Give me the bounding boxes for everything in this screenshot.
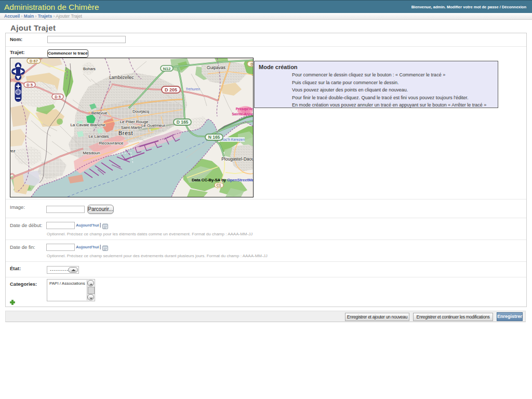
svg-text:D 5: D 5 xyxy=(26,83,33,87)
svg-text:Bohars: Bohars xyxy=(83,66,96,71)
svg-text:D 5: D 5 xyxy=(55,95,61,99)
svg-text:La Cavale Blanche: La Cavale Blanche xyxy=(70,123,105,127)
svg-text:Guipavas: Guipavas xyxy=(207,65,225,70)
svg-text:C1: C1 xyxy=(217,183,221,187)
svg-text:Sainte-Anne: Sainte-Anne xyxy=(232,112,253,116)
svg-text:D 205: D 205 xyxy=(165,87,177,92)
svg-text:vez: vez xyxy=(10,149,15,153)
svg-text:N 165: N 165 xyxy=(208,135,220,140)
svg-text:Dourjacq: Dourjacq xyxy=(132,109,149,114)
svg-text:Roc'h Kerezen: Roc'h Kerezen xyxy=(221,138,245,141)
svg-text:Recouvrance: Recouvrance xyxy=(99,141,124,145)
svg-text:Brest: Brest xyxy=(118,130,133,136)
svg-text:Tréhuren: Tréhuren xyxy=(185,87,200,91)
svg-text:Saint-Martin: Saint-Martin xyxy=(121,125,142,130)
svg-text:N12: N12 xyxy=(163,66,171,71)
svg-text:D: D xyxy=(250,62,253,66)
svg-text:D 165: D 165 xyxy=(177,119,189,125)
svg-text:Data CC-By-SA by OpenStreetMap: Data CC-By-SA by OpenStreetMap xyxy=(192,178,253,182)
svg-text:Plougastel-Daou: Plougastel-Daou xyxy=(221,156,253,162)
svg-text:Presqu'île: Presqu'île xyxy=(236,107,253,111)
svg-text:Le Guelmeur: Le Guelmeur xyxy=(141,123,166,128)
svg-text:Bellevue: Bellevue xyxy=(91,111,108,115)
svg-text:Lambézellec: Lambézellec xyxy=(109,75,134,80)
svg-text:Mesdoun: Mesdoun xyxy=(83,151,100,155)
svg-text:D 67: D 67 xyxy=(30,59,38,63)
svg-text:Le Landais: Le Landais xyxy=(88,134,109,139)
